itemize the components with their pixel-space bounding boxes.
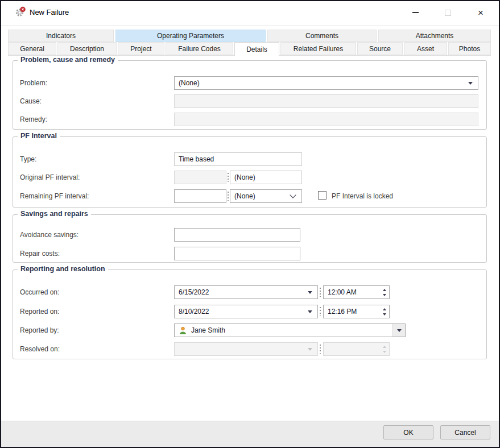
spinner-up-icon [383,308,386,310]
reported-on-label: Reported on: [20,308,59,316]
group-title: Problem, cause and remedy [18,56,118,64]
problem-label: Problem: [20,79,47,87]
maximize-button [437,3,458,22]
pf-type-value: Time based [179,155,214,163]
occurred-date-dropdown[interactable]: 6/15/2022 [174,285,318,299]
dropdown-icon [308,291,312,294]
remaining-pf-unit-value: (None) [234,192,255,200]
cause-input [174,94,478,108]
problem-dropdown[interactable]: (None) [174,76,478,90]
tab-strip-secondary: Indicators Operating Parameters Comments… [8,30,491,42]
tab-comments[interactable]: Comments [267,30,377,42]
grip-dots-icon [228,192,229,201]
window-title: New Failure [30,8,69,16]
occurred-time-value: 12:00 AM [328,288,357,296]
tab-failure-codes[interactable]: Failure Codes [166,42,233,55]
spinner-buttons[interactable] [383,289,386,296]
dialog-footer: OK Cancel [0,421,500,448]
tab-related-failures[interactable]: Related Failures [280,42,356,55]
tab-attachments[interactable]: Attachments [378,30,491,42]
reported-time-value: 12:16 PM [328,308,357,316]
grip-dots-icon [320,288,321,297]
title-bar: New Failure × [0,0,500,26]
grip-dots-icon [320,307,321,316]
dropdown-icon [308,348,312,351]
original-pf-unit-value: (None) [234,173,255,181]
pf-type-label: Type: [20,155,36,163]
tab-operating-parameters[interactable]: Operating Parameters [115,30,266,42]
dropdown-icon [397,329,402,332]
group-pf-interval: PF Interval Type: Time based Original PF… [13,136,487,208]
remedy-input [174,113,478,126]
reported-date-dropdown[interactable]: 8/10/2022 [174,305,318,318]
grip-dots-icon [228,173,229,182]
original-pf-input [174,171,226,184]
group-reporting-resolution: Reporting and resolution Occurred on: 6/… [13,269,487,359]
tab-indicators[interactable]: Indicators [8,30,114,42]
spinner-up-icon [383,346,386,348]
remaining-pf-label: Remaining PF interval: [20,192,89,200]
problem-dropdown-value: (None) [179,79,200,87]
tab-asset[interactable]: Asset [404,42,447,55]
repair-costs-input[interactable] [174,247,300,260]
maximize-icon [445,10,451,16]
group-savings-repairs: Savings and repairs Avoidance savings: R… [13,214,487,263]
group-title: PF Interval [18,132,60,140]
resolved-date-dropdown [174,342,318,356]
reported-date-value: 8/10/2022 [179,308,209,316]
dropdown-icon [308,310,312,313]
remaining-pf-unit-dropdown[interactable]: (None) [230,189,302,203]
tab-details[interactable]: Details [234,42,279,56]
cancel-button[interactable]: Cancel [440,425,490,439]
tab-description[interactable]: Description [57,42,117,55]
occurred-date-value: 6/15/2022 [179,288,209,296]
group-problem-cause-remedy: Problem, cause and remedy Problem: (None… [13,60,487,130]
reported-by-value: Jane Smith [191,326,225,334]
spinner-down-icon [383,294,386,296]
group-title: Reporting and resolution [18,265,108,273]
reported-by-dropdown[interactable]: Jane Smith [174,323,406,337]
resolved-time-spinner [323,342,390,356]
chevron-down-icon [290,192,296,198]
group-title: Savings and repairs [18,210,91,218]
spinner-down-icon [383,313,386,316]
spinner-buttons [383,346,386,353]
remaining-pf-input[interactable] [174,189,226,203]
reported-time-spinner[interactable]: 12:16 PM [323,305,390,318]
grip-dots-icon [320,345,321,354]
minimize-icon [412,12,419,13]
original-pf-unit-field: (None) [230,171,302,184]
person-icon [179,326,187,335]
tab-photos[interactable]: Photos [448,42,491,55]
tab-project[interactable]: Project [118,42,164,55]
remedy-label: Remedy: [20,115,47,123]
spinner-up-icon [383,289,386,291]
reported-by-label: Reported by: [20,326,59,334]
close-button[interactable]: × [470,3,491,22]
avoidance-savings-label: Avoidance savings: [20,231,78,239]
dropdown-icon [468,82,473,85]
avoidance-savings-input[interactable] [174,228,300,242]
ok-button[interactable]: OK [383,425,433,439]
tab-source[interactable]: Source [357,42,403,55]
repair-costs-label: Repair costs: [20,250,60,258]
tab-general[interactable]: General [8,42,56,55]
reported-by-dropdown-button[interactable] [392,324,405,337]
close-icon: × [478,8,484,18]
resolved-on-label: Resolved on: [20,345,60,353]
pf-locked-label: PF Interval is locked [332,192,393,200]
original-pf-label: Original PF interval: [20,173,80,181]
pf-type-field: Time based [174,152,302,166]
occurred-time-spinner[interactable]: 12:00 AM [323,285,390,299]
spinner-buttons[interactable] [383,308,386,316]
tab-strip-primary: General Description Project Failure Code… [8,42,491,55]
app-gear-icon [15,6,26,18]
minimize-button[interactable] [405,3,425,22]
new-failure-dialog: New Failure × Indicators Operating Param… [0,0,500,448]
spinner-down-icon [383,351,386,353]
pf-locked-checkbox[interactable] [318,191,327,200]
cause-label: Cause: [20,97,42,105]
occurred-on-label: Occurred on: [20,288,59,296]
